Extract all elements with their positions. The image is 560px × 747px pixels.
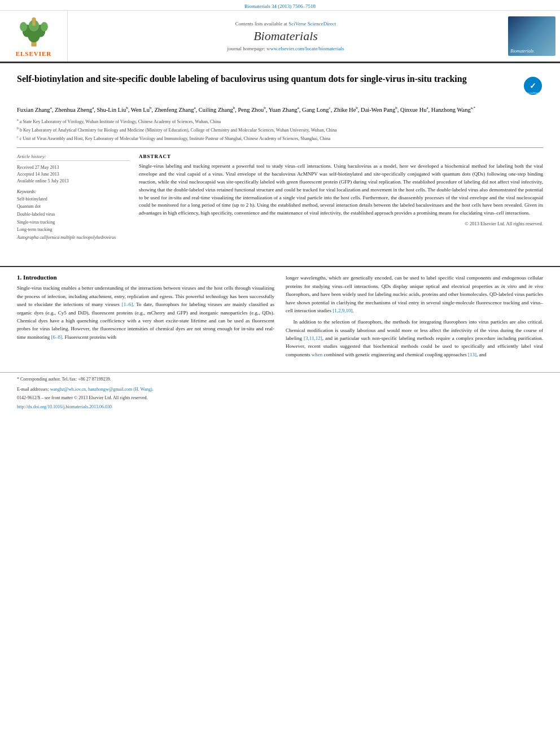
abstract-column: ABSTRACT Single-virus labeling and track… xyxy=(139,154,543,246)
keywords-list: Self-biotinylated Quantum dot Double-lab… xyxy=(17,195,130,242)
affiliations: a a State Key Laboratory of Virology, Wu… xyxy=(17,117,543,142)
authors: Fuxian Zhanga, Zhenhua Zhenga, Shu-Lin L… xyxy=(17,105,543,114)
svg-rect-8 xyxy=(32,21,36,25)
svg-text:✓: ✓ xyxy=(530,82,536,90)
elsevier-tree-icon xyxy=(14,15,54,49)
journal-header: ELSEVIER Contents lists available at Sci… xyxy=(0,11,560,63)
journal-citation: Biomaterials 34 (2013) 7506–7518 xyxy=(244,3,316,9)
issn-line: 0142-9612/$ – see front matter © 2013 El… xyxy=(17,395,543,400)
svg-point-5 xyxy=(41,22,48,32)
crossmark-icon: ✓ CrossMark xyxy=(523,76,543,96)
biomaterials-logo: Biomaterials xyxy=(508,16,555,56)
affiliation-a: a a State Key Laboratory of Virology, Wu… xyxy=(17,117,543,125)
keyword-5: Long-term tracking xyxy=(17,226,130,234)
article-info-column: Article history: Received 27 May 2013 Ac… xyxy=(17,154,130,246)
journal-citation-bar: Biomaterials 34 (2013) 7506–7518 xyxy=(0,0,560,11)
page: Biomaterials 34 (2013) 7506–7518 xyxy=(0,0,560,747)
article-footer: * Corresponding author. Tel./fax: +86 27… xyxy=(0,372,560,410)
corresponding-author-note: * Corresponding author. Tel./fax: +86 27… xyxy=(17,376,543,383)
section1-heading: 1. Introduction xyxy=(17,274,274,281)
article-info-abstract-section: Article history: Received 27 May 2013 Ac… xyxy=(17,147,543,246)
keyword-2: Quantum dot xyxy=(17,203,130,211)
svg-point-4 xyxy=(20,22,27,32)
accepted-date: Accepted 14 June 2013 xyxy=(17,171,130,178)
keywords-group: Keywords: Self-biotinylated Quantum dot … xyxy=(17,189,130,242)
body-column-left: 1. Introduction Single-virus tracking en… xyxy=(17,274,274,362)
keyword-6: Autographa californica multiple nucleopo… xyxy=(17,234,130,242)
copyright-notice: © 2013 Elsevier Ltd. All rights reserved… xyxy=(139,221,543,226)
svg-point-7 xyxy=(32,18,36,21)
available-date: Available online 5 July 2013 xyxy=(17,178,130,185)
affiliation-b: b b Key Laboratory of Analytical Chemist… xyxy=(17,126,543,133)
elsevier-logo: ELSEVIER xyxy=(14,15,54,57)
sciverse-line: Contents lists available at SciVerse Sci… xyxy=(235,21,336,27)
journal-title: Biomaterials xyxy=(253,29,318,43)
doi-link[interactable]: http://dx.doi.org/10.1016/j.biomaterials… xyxy=(17,404,112,409)
journal-url[interactable]: www.elsevier.com/locate/biomaterials xyxy=(266,46,344,51)
biomaterials-logo-text: Biomaterials xyxy=(510,49,533,54)
article-body: 1. Introduction Single-virus tracking en… xyxy=(0,274,560,362)
svg-text:CrossMark: CrossMark xyxy=(527,91,540,94)
section1-text-left: Single-virus tracking enables a better u… xyxy=(17,284,274,341)
abstract-text: Single-virus labeling and tracking repre… xyxy=(139,163,543,218)
journal-homepage: journal homepage: www.elsevier.com/locat… xyxy=(228,46,344,51)
doi-line: http://dx.doi.org/10.1016/j.biomaterials… xyxy=(17,404,543,410)
keyword-1: Self-biotinylated xyxy=(17,195,130,203)
email-note: E-mail addresses: wanghz@wh.iov.cn, hanz… xyxy=(17,386,543,393)
elsevier-brand: ELSEVIER xyxy=(16,50,52,57)
abstract-label: ABSTRACT xyxy=(139,154,543,159)
journal-logo-area: Biomaterials xyxy=(504,11,560,62)
keywords-label: Keywords: xyxy=(17,189,130,194)
journal-header-center: Contents lists available at SciVerse Sci… xyxy=(68,11,504,62)
keyword-4: Single-virus tracking xyxy=(17,219,130,226)
sciverse-link[interactable]: SciVerse ScienceDirect xyxy=(288,21,336,27)
body-column-right: longer wavelengths, which are geneticall… xyxy=(286,274,543,362)
article-history: Received 27 May 2013 Accepted 14 June 20… xyxy=(17,164,130,185)
elsevier-logo-area: ELSEVIER xyxy=(0,11,68,62)
section1-text-right: longer wavelengths, which are geneticall… xyxy=(286,274,543,359)
crossmark-badge[interactable]: ✓ CrossMark xyxy=(523,76,543,97)
affiliation-c: c c Unit of Virus Assembly and Host, Key… xyxy=(17,134,543,142)
received-date: Received 27 May 2013 xyxy=(17,164,130,171)
section-divider xyxy=(0,266,560,267)
article-info-label: Article history: xyxy=(17,154,130,161)
email-addresses[interactable]: wanghz@wh.iov.cn, hanzhongw@gmail.com (H… xyxy=(50,387,154,392)
article-title-section: Self-biotinylation and site-specific dou… xyxy=(17,73,543,101)
article-title: Self-biotinylation and site-specific dou… xyxy=(17,73,523,85)
article-content: Self-biotinylation and site-specific dou… xyxy=(0,63,560,260)
keyword-3: Double-labeled virus xyxy=(17,211,130,219)
